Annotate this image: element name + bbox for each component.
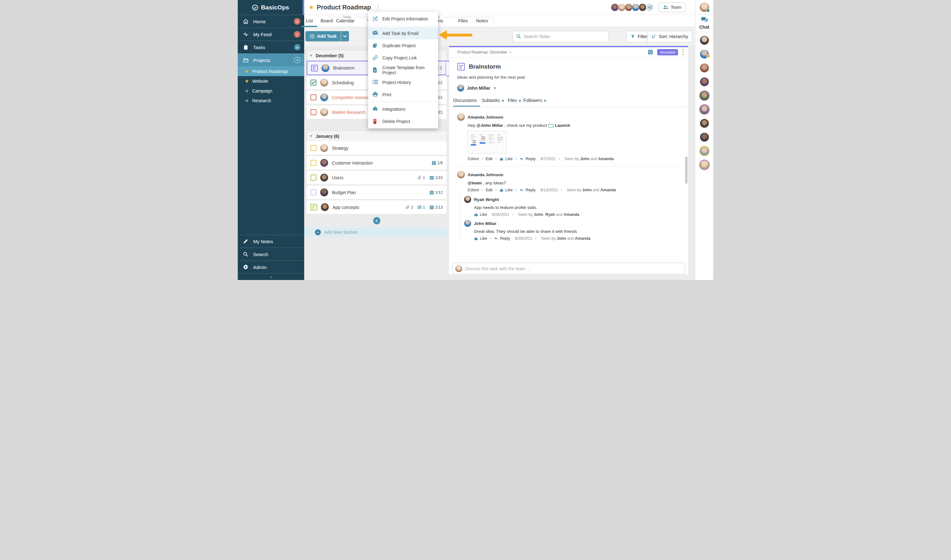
tab-files[interactable]: Files [458,18,468,23]
menu-item-project-history[interactable]: Project History [368,76,438,88]
tab-board[interactable]: Board [321,18,333,23]
task-row-users[interactable]: Users 1 1/10 [307,171,446,185]
checkbox-unchecked[interactable] [310,189,316,195]
menu-item-duplicate-project[interactable]: Duplicate Project [368,39,438,52]
menu-item-integrations[interactable]: Integrations [368,103,438,115]
panel-tab-files[interactable]: Files [508,98,521,103]
mention[interactable]: @John Millar [477,123,503,128]
menu-item-delete-project[interactable]: Delete Project [368,115,438,128]
reply-button[interactable]: Reply [520,157,536,161]
add-project-plus-icon[interactable]: + [294,57,300,63]
like-button[interactable]: Like [474,212,487,217]
menu-item-add-task-by-email[interactable]: Add Task by Email [368,27,438,39]
add-new-section-button[interactable]: + Add New Section [304,228,446,237]
sidebar-item-home[interactable]: Home 3 [238,15,304,28]
sidebar-item-my-notes[interactable]: My Notes [238,235,304,248]
reply-button[interactable]: Reply [494,236,510,241]
checkbox-unchecked[interactable] [310,160,316,166]
calendar-icon[interactable] [648,49,653,55]
chat-contact-avatar[interactable] [700,133,709,142]
chat-contact-avatar[interactable] [700,119,709,128]
like-button[interactable]: Like [499,157,513,161]
assignee-selector[interactable]: John Millar ▼ [449,80,688,92]
sidebar-collapse-button[interactable]: ‹ [238,273,304,280]
task-row-customer-interaction[interactable]: Customer Interaction 1/6 [307,156,446,170]
task-doc-icon[interactable] [310,204,317,211]
add-task-button[interactable]: Add Task [306,31,349,41]
sidebar-bottom: My Notes Search Admin ‹ [238,235,304,280]
breadcrumb[interactable]: Product Roadmap: December [457,50,507,54]
plus-icon[interactable]: + [373,217,380,224]
linked-project[interactable]: Launch [555,123,570,128]
menu-item-copy-project-link[interactable]: Copy Project Link [368,52,438,64]
sidebar-project-product-roadmap[interactable]: Product Roadmap [238,66,304,76]
sidebar-item-my-feed[interactable]: My Feed 1 [238,28,304,41]
composer-input[interactable] [465,266,682,271]
add-task-inline[interactable]: + [307,217,446,224]
chat-contact-avatar[interactable] [700,160,709,169]
team-button[interactable]: Team [659,3,685,12]
task-row-budget-plan[interactable]: Budget Plan 1/12 [307,186,446,200]
task-row-strategy[interactable]: Strategy [307,141,446,155]
chat-contact-avatar[interactable] [700,63,709,72]
add-task-label: Add Task [317,34,337,39]
checkbox-unchecked[interactable] [310,145,316,151]
like-button[interactable]: Like [499,188,513,192]
task-doc-icon[interactable] [311,65,318,71]
panel-tab-subtasks[interactable]: Subtasks [482,98,504,103]
checkbox-checked[interactable] [310,80,316,86]
reply-label: Reply [526,157,536,161]
checkbox-unchecked[interactable] [310,94,316,100]
mention[interactable]: @team [468,181,482,185]
sidebar-project-research[interactable]: Research [238,95,304,105]
chat-contact-avatar[interactable] [700,50,709,58]
reply-button[interactable]: Reply [520,188,536,192]
checkbox-unchecked[interactable] [310,109,316,115]
edit-link[interactable]: Edit [486,157,492,161]
menu-item-print[interactable]: Print [368,88,438,101]
sidebar-item-projects[interactable]: Projects + [238,54,304,66]
chat-contact-avatar[interactable] [700,105,709,114]
add-task-dropdown-button[interactable] [341,31,349,41]
panel-tab-followers[interactable]: Followers [523,98,546,103]
project-menu-kebab-icon[interactable]: ⋮ [375,5,381,10]
sort-button[interactable]: Sort: Hierarchy [647,31,692,42]
current-user-avatar[interactable] [700,3,709,12]
menu-item-create-template-from-project[interactable]: Create Template from Project [368,64,438,76]
avatar[interactable] [639,3,647,11]
chat-contact-avatar[interactable] [700,91,709,100]
sidebar-project-website[interactable]: Website [238,76,304,86]
logo[interactable]: BasicOps [238,0,304,15]
thumbs-up-icon [474,236,479,241]
chat-contact-avatar[interactable] [700,77,709,86]
discussion-composer[interactable] [452,263,685,274]
search-tasks-input[interactable] [524,34,605,39]
avatar-overflow-count[interactable]: +2 [646,3,654,11]
sidebar-project-campaign[interactable]: Campaign [238,86,304,95]
checkbox-unchecked[interactable] [310,175,316,181]
sidebar-item-search[interactable]: Search [238,248,304,260]
sort-label: Sort: Hierarchy [659,34,688,39]
task-row-app-concepts[interactable]: App concepts 2 1 1/13 [307,200,446,214]
panel-tab-discussions[interactable]: Discussions [453,98,477,103]
task-kebab-icon[interactable]: ▪▪▪ [682,49,684,55]
chat-contact-avatar[interactable] [700,147,709,155]
status-badge[interactable]: Accepted [657,49,678,55]
favorite-star-icon[interactable] [309,5,314,10]
chat-header[interactable]: Chat [695,14,713,32]
sidebar-item-admin[interactable]: Admin [238,260,304,273]
chat-contact-avatar[interactable] [700,36,709,45]
edit-link[interactable]: Edit [486,188,492,192]
tab-list[interactable]: List [306,18,313,23]
sidebar-item-tasks[interactable]: Tasks + [238,41,304,54]
section-january-header[interactable]: ▾ January (6) [307,131,446,141]
attachment-thumbnail[interactable] [468,131,506,153]
member-avatar-stack[interactable] [612,3,647,11]
like-button[interactable]: Like [474,236,487,241]
discussion-scrollbar[interactable] [685,157,687,184]
menu-item-edit-project-information[interactable]: Edit Project Information [368,12,438,25]
tab-notes[interactable]: Notes [476,18,488,23]
search-tasks-box[interactable] [513,31,609,42]
add-task-plus-icon[interactable]: + [294,44,300,50]
tab-calendar[interactable]: Calendar [336,18,355,23]
